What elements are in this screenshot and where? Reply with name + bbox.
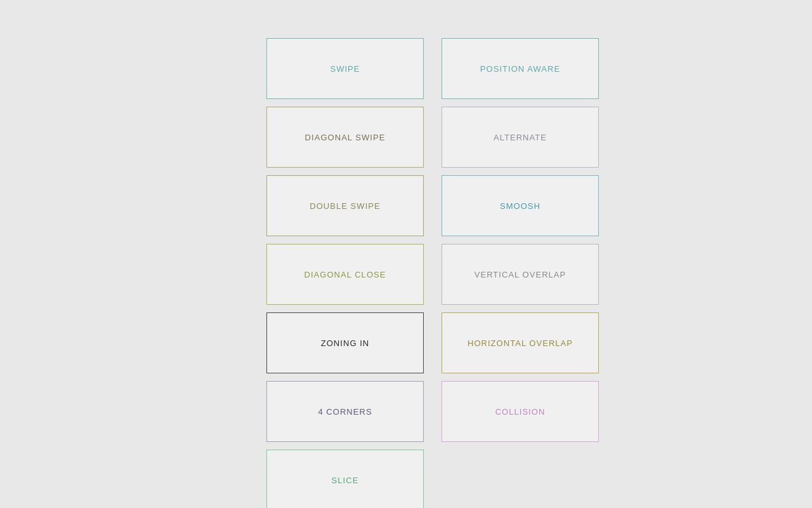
card-swipe[interactable]: SWIPE [266, 38, 424, 99]
card-label-4corners: 4 CORNERS [318, 407, 372, 417]
card-label-vertical-overlap: VERTICAL OVERLAP [475, 270, 566, 279]
card-label-position-aware: POSITION AWARE [480, 64, 560, 74]
card-4corners[interactable]: 4 CORNERS [266, 381, 424, 442]
card-collision[interactable]: COLLISION [442, 381, 599, 442]
card-label-diagonal-close: DIAGONAL CLOSE [304, 270, 386, 279]
card-zoning-in[interactable]: ZONING IN [266, 312, 424, 373]
card-label-alternate: ALTERNATE [494, 133, 547, 142]
card-label-smoosh: SMOOSH [500, 201, 540, 211]
card-label-horizontal-overlap: HORIZONTAL OVERLAP [468, 338, 573, 348]
card-grid: SWIPEPOSITION AWAREDIAGONAL SWIPEALTERNA… [266, 0, 609, 508]
card-label-swipe: SWIPE [330, 64, 360, 74]
card-alternate[interactable]: ALTERNATE [442, 107, 599, 168]
card-label-double-swipe: DOUBLE SWIPE [310, 201, 380, 211]
card-diagonal-close[interactable]: DIAGONAL CLOSE [266, 244, 424, 305]
card-diagonal-swipe[interactable]: DIAGONAL SWIPE [266, 107, 424, 168]
card-double-swipe[interactable]: DOUBLE SWIPE [266, 175, 424, 236]
card-label-diagonal-swipe: DIAGONAL SWIPE [305, 133, 386, 142]
card-vertical-overlap[interactable]: VERTICAL OVERLAP [442, 244, 599, 305]
card-slice[interactable]: SLICE [266, 450, 424, 508]
card-horizontal-overlap[interactable]: HORIZONTAL OVERLAP [442, 312, 599, 373]
card-label-zoning-in: ZONING IN [321, 338, 370, 348]
card-label-slice: SLICE [332, 476, 359, 485]
card-label-collision: COLLISION [495, 407, 546, 417]
card-position-aware[interactable]: POSITION AWARE [442, 38, 599, 99]
card-smoosh[interactable]: SMOOSH [442, 175, 599, 236]
